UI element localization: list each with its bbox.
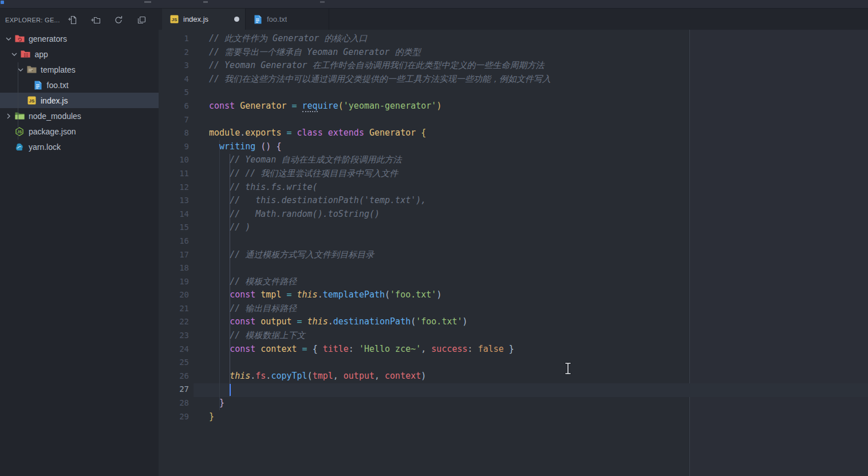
line-number[interactable]: 2 xyxy=(159,46,189,60)
code-line-text: // ) xyxy=(189,221,250,235)
line-number[interactable]: 13 xyxy=(159,194,189,208)
code-line-9[interactable]: 9 writing () { xyxy=(159,140,868,154)
line-number[interactable]: 3 xyxy=(159,59,189,73)
line-number[interactable]: 16 xyxy=(159,235,189,248)
code-line-text: const Generator = require('yeoman-genera… xyxy=(189,100,441,113)
chevron-down-icon[interactable] xyxy=(14,65,26,74)
new-file-icon[interactable] xyxy=(68,15,77,25)
line-number[interactable]: 21 xyxy=(159,302,189,316)
explorer-sidebar: EXPLORER: GE... generatorsapptemplatesfo… xyxy=(0,9,159,476)
code-line-26[interactable]: 26 this.fs.copyTpl(tmpl, output, context… xyxy=(159,370,868,383)
chevron-spacer xyxy=(2,127,14,136)
collapse-all-icon[interactable] xyxy=(137,15,146,25)
line-number[interactable]: 22 xyxy=(159,315,189,329)
code-line-8[interactable]: 8module.exports = class extends Generato… xyxy=(159,126,868,140)
tree-item-label: index.js xyxy=(41,96,68,105)
code-line-27[interactable]: 27 xyxy=(159,383,868,396)
tree-file-package.json[interactable]: JSpackage.json xyxy=(0,124,159,139)
tree-item-label: node_modules xyxy=(29,112,81,121)
code-line-10[interactable]: 10 // Yeoman 自动在生成文件阶段调用此方法 xyxy=(159,153,868,167)
tree-item-label: app xyxy=(35,50,48,59)
cropped-ui-fragment xyxy=(320,1,325,3)
tree-folder-app[interactable]: app xyxy=(0,46,159,62)
line-number[interactable]: 7 xyxy=(159,113,189,127)
code-line-21[interactable]: 21 // 输出目标路径 xyxy=(159,302,868,316)
tree-file-foo.txt[interactable]: foo.txt xyxy=(0,77,159,93)
tab-index.js[interactable]: JSindex.js xyxy=(162,9,246,30)
code-line-text: module.exports = class extends Generator… xyxy=(189,126,426,140)
line-number[interactable]: 10 xyxy=(159,153,189,167)
code-line-28[interactable]: 28 } xyxy=(159,396,868,410)
code-line-2[interactable]: 2// 需要导出一个继承自 Yeoman Generator 的类型 xyxy=(159,46,868,60)
code-line-text: // 模板文件路径 xyxy=(189,275,297,289)
chevron-down-icon[interactable] xyxy=(2,34,14,43)
folder-app-icon xyxy=(21,50,31,59)
code-line-18[interactable]: 18 xyxy=(159,261,868,275)
line-number[interactable]: 19 xyxy=(159,275,189,289)
new-folder-icon[interactable] xyxy=(91,15,100,25)
chevron-right-icon[interactable] xyxy=(2,112,14,121)
line-number[interactable]: 17 xyxy=(159,248,189,262)
code-line-5[interactable]: 5 xyxy=(159,86,868,100)
code-line-23[interactable]: 23 // 模板数据上下文 xyxy=(159,329,868,343)
line-number[interactable]: 25 xyxy=(159,356,189,370)
line-number[interactable]: 26 xyxy=(159,370,189,383)
explorer-header-title: EXPLORER: GE... xyxy=(5,17,60,23)
code-line-text xyxy=(189,356,209,370)
code-line-16[interactable]: 16 xyxy=(159,235,868,248)
code-line-text: const output = this.destinationPath('foo… xyxy=(189,315,468,329)
line-number[interactable]: 24 xyxy=(159,343,189,356)
code-line-text: const tmpl = this.templatePath('foo.txt'… xyxy=(189,288,441,302)
svg-text:JS: JS xyxy=(29,98,34,104)
line-number[interactable]: 14 xyxy=(159,208,189,221)
code-line-14[interactable]: 14 // Math.random().toString() xyxy=(159,208,868,221)
code-line-11[interactable]: 11 // // 我们这里尝试往项目目录中写入文件 xyxy=(159,167,868,181)
code-line-15[interactable]: 15 // ) xyxy=(159,221,868,235)
line-number[interactable]: 5 xyxy=(159,86,189,100)
line-number[interactable]: 29 xyxy=(159,410,189,424)
line-number[interactable]: 12 xyxy=(159,181,189,195)
tree-folder-node_modules[interactable]: node_modules xyxy=(0,108,159,124)
code-line-20[interactable]: 20 const tmpl = this.templatePath('foo.t… xyxy=(159,288,868,302)
code-line-3[interactable]: 3// Yeoman Generator 在工作时会自动调用我们在此类型中定义的… xyxy=(159,59,868,73)
code-line-19[interactable]: 19 // 模板文件路径 xyxy=(159,275,868,289)
line-number[interactable]: 11 xyxy=(159,167,189,181)
line-number[interactable]: 9 xyxy=(159,140,189,154)
line-number[interactable]: 8 xyxy=(159,126,189,140)
tree-folder-templates[interactable]: templates xyxy=(0,62,159,77)
code-line-22[interactable]: 22 const output = this.destinationPath('… xyxy=(159,315,868,329)
tree-file-index.js[interactable]: JSindex.js xyxy=(0,93,159,108)
refresh-icon[interactable] xyxy=(114,15,123,25)
line-number[interactable]: 1 xyxy=(159,32,189,46)
code-line-text xyxy=(189,383,230,396)
code-line-24[interactable]: 24 const context = { title: 'Hello zce~'… xyxy=(159,343,868,356)
code-line-17[interactable]: 17 // 通过模板方式写入文件到目标目录 xyxy=(159,248,868,262)
line-number[interactable]: 4 xyxy=(159,73,189,86)
tree-file-yarn.lock[interactable]: yarn.lock xyxy=(0,139,159,154)
line-number[interactable]: 20 xyxy=(159,288,189,302)
code-line-7[interactable]: 7 xyxy=(159,113,868,127)
tab-foo.txt[interactable]: foo.txt xyxy=(246,9,329,30)
file-text-icon xyxy=(252,15,263,24)
code-line-text: // Yeoman 自动在生成文件阶段调用此方法 xyxy=(189,153,401,167)
line-number[interactable]: 6 xyxy=(159,100,189,113)
code-line-12[interactable]: 12 // this.fs.write( xyxy=(159,181,868,195)
code-line-6[interactable]: 6const Generator = require('yeoman-gener… xyxy=(159,100,868,113)
code-line-29[interactable]: 29} xyxy=(159,410,868,424)
line-number[interactable]: 15 xyxy=(159,221,189,235)
line-number[interactable]: 28 xyxy=(159,396,189,410)
code-line-25[interactable]: 25 xyxy=(159,356,868,370)
line-number[interactable]: 18 xyxy=(159,261,189,275)
code-line-text xyxy=(189,86,209,100)
code-editor[interactable]: 1// 此文件作为 Generator 的核心入口2// 需要导出一个继承自 Y… xyxy=(159,30,868,476)
line-number[interactable]: 27 xyxy=(159,383,189,396)
tree-folder-generators[interactable]: generators xyxy=(0,31,159,46)
code-line-13[interactable]: 13 // this.destinationPath('temp.txt'), xyxy=(159,194,868,208)
tree-indent-guide xyxy=(18,62,18,140)
line-number[interactable]: 23 xyxy=(159,329,189,343)
chevron-down-icon[interactable] xyxy=(9,50,21,59)
code-line-1[interactable]: 1// 此文件作为 Generator 的核心入口 xyxy=(159,32,868,46)
code-line-4[interactable]: 4// 我们在这些方法中可以通过调用父类提供的一些工具方法实现一些功能，例如文件… xyxy=(159,73,868,86)
modified-indicator[interactable] xyxy=(234,17,239,22)
tree-item-label: generators xyxy=(29,34,67,43)
